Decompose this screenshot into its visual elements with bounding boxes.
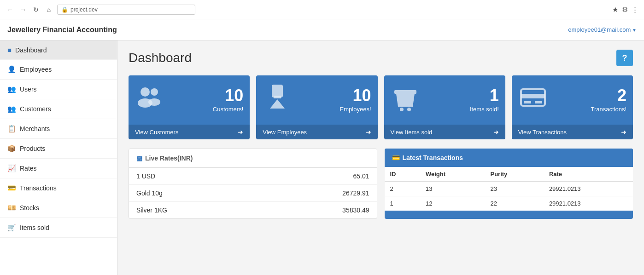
view-employees-link[interactable]: View Employees bbox=[263, 129, 307, 136]
rate-value: 26729.91 bbox=[342, 189, 369, 197]
employees-footer[interactable]: View Employees ➜ bbox=[256, 125, 377, 139]
sidebar-item-customers[interactable]: 👥 Customers bbox=[0, 99, 117, 119]
latest-transactions-panel: 💳 Latest Transactions ID Weight Purity R… bbox=[385, 149, 633, 219]
stat-card-employees: 10 Employees! View Employees ➜ bbox=[256, 75, 377, 139]
products-icon: 📦 bbox=[7, 144, 16, 153]
sidebar-item-label: Customers bbox=[20, 105, 51, 113]
page-header: Dashboard ? bbox=[129, 50, 633, 66]
svg-point-9 bbox=[407, 108, 411, 111]
table-row: 2 13 23 29921.0213 bbox=[385, 182, 633, 196]
stat-card-numbers: 1 Items sold! bbox=[470, 87, 499, 113]
cell-weight: 12 bbox=[420, 196, 485, 211]
items-stat-icon bbox=[391, 83, 420, 117]
transactions-count: 2 bbox=[591, 87, 626, 104]
address-bar[interactable]: 🔒 project.dev bbox=[57, 5, 195, 15]
sidebar-item-employees[interactable]: 👤 Employees bbox=[0, 60, 117, 80]
sidebar-item-label: Stocks bbox=[20, 204, 39, 212]
sidebar-item-items-sold[interactable]: 🛒 Items sold bbox=[0, 218, 117, 238]
stat-card-body: 1 Items sold! bbox=[384, 75, 505, 125]
sidebar-item-label: Products bbox=[20, 145, 45, 152]
items-footer[interactable]: View Items sold ➜ bbox=[384, 125, 505, 139]
rate-label: Gold 10g bbox=[136, 189, 163, 197]
transactions-header-icon: 💳 bbox=[392, 154, 400, 161]
sidebar-item-rates[interactable]: 📈 Rates bbox=[0, 159, 117, 178]
transactions-panel-title: Latest Transactions bbox=[403, 154, 463, 161]
svg-rect-7 bbox=[394, 90, 416, 94]
sidebar-item-label: Items sold bbox=[20, 224, 49, 231]
sidebar-item-merchants[interactable]: 📋 Merchants bbox=[0, 119, 117, 139]
rate-row-usd: 1 USD 65.01 bbox=[129, 168, 377, 185]
sidebar-item-products[interactable]: 📦 Products bbox=[0, 139, 117, 159]
arrow-icon: ➜ bbox=[238, 128, 243, 136]
live-rates-panel: ▩ Live Rates(INR) 1 USD 65.01 Gold 10g 2… bbox=[129, 149, 377, 219]
items-sold-icon: 🛒 bbox=[7, 223, 16, 232]
rate-value: 35830.49 bbox=[342, 206, 369, 214]
customers-label: Customers! bbox=[213, 106, 243, 113]
sidebar-item-label: Users bbox=[20, 86, 37, 93]
forward-button[interactable]: → bbox=[18, 5, 28, 14]
col-rate: Rate bbox=[544, 167, 633, 182]
merchants-icon: 📋 bbox=[7, 125, 16, 133]
panel-title: Live Rates(INR) bbox=[145, 155, 193, 162]
customers-count: 10 bbox=[213, 87, 243, 104]
lock-icon: 🔒 bbox=[61, 6, 68, 13]
svg-rect-6 bbox=[274, 96, 281, 98]
svg-rect-11 bbox=[521, 94, 545, 98]
cell-rate: 29921.0213 bbox=[544, 182, 633, 196]
col-id: ID bbox=[385, 167, 420, 182]
employees-label: Employees! bbox=[340, 106, 371, 113]
sidebar-item-dashboard[interactable]: ■ Dashboard bbox=[0, 40, 117, 60]
arrow-icon: ➜ bbox=[493, 128, 499, 136]
browser-chrome: ← → ↻ ⌂ 🔒 project.dev ★ ⚙ ⋮ bbox=[0, 0, 644, 19]
url-text: project.dev bbox=[70, 6, 98, 13]
employees-count: 10 bbox=[340, 87, 371, 104]
svg-marker-5 bbox=[270, 99, 285, 109]
stat-card-customers: 10 Customers! View Customers ➜ bbox=[129, 75, 250, 139]
help-button[interactable]: ? bbox=[616, 50, 633, 66]
view-items-link[interactable]: View Items sold bbox=[391, 129, 433, 136]
bookmark-icon[interactable]: ★ bbox=[612, 6, 618, 14]
sidebar-item-label: Employees bbox=[20, 66, 52, 73]
stat-card-transactions: 2 Transactions! View Transactions ➜ bbox=[512, 75, 633, 139]
bottom-section: ▩ Live Rates(INR) 1 USD 65.01 Gold 10g 2… bbox=[129, 149, 633, 219]
panel-header: ▩ Live Rates(INR) bbox=[129, 149, 377, 168]
home-button[interactable]: ⌂ bbox=[44, 5, 53, 14]
user-email-dropdown[interactable]: employee01@mail.com bbox=[568, 26, 637, 33]
stat-card-numbers: 10 Customers! bbox=[213, 87, 243, 113]
svg-point-8 bbox=[400, 108, 404, 111]
svg-point-0 bbox=[141, 87, 150, 97]
transactions-footer[interactable]: View Transactions ➜ bbox=[512, 125, 633, 139]
rates-icon: 📈 bbox=[7, 164, 16, 172]
svg-rect-12 bbox=[524, 101, 531, 103]
menu-icon[interactable]: ⋮ bbox=[632, 6, 638, 14]
sidebar-item-users[interactable]: 👥 Users bbox=[0, 80, 117, 99]
cell-rate: 29921.0213 bbox=[544, 196, 633, 211]
extensions-icon[interactable]: ⚙ bbox=[622, 6, 628, 14]
reload-button[interactable]: ↻ bbox=[31, 5, 41, 14]
transactions-label: Transactions! bbox=[591, 106, 626, 113]
back-button[interactable]: ← bbox=[6, 5, 15, 14]
cell-purity: 22 bbox=[485, 196, 543, 211]
sidebar-item-stocks[interactable]: 💴 Stocks bbox=[0, 198, 117, 218]
view-transactions-link[interactable]: View Transactions bbox=[518, 129, 567, 136]
stat-card-numbers: 10 Employees! bbox=[340, 87, 371, 113]
arrow-icon: ➜ bbox=[366, 128, 371, 136]
sidebar: ■ Dashboard 👤 Employees 👥 Users 👥 Custom… bbox=[0, 40, 117, 275]
customers-icon: 👥 bbox=[7, 105, 16, 113]
view-customers-link[interactable]: View Customers bbox=[135, 129, 178, 136]
rate-value: 65.01 bbox=[353, 172, 369, 180]
cell-id: 1 bbox=[385, 196, 420, 211]
stat-card-items-sold: 1 Items sold! View Items sold ➜ bbox=[384, 75, 505, 139]
table-row: 1 12 22 29921.0213 bbox=[385, 196, 633, 211]
rate-row-gold: Gold 10g 26729.91 bbox=[129, 185, 377, 202]
browser-bar: ← → ↻ ⌂ 🔒 project.dev bbox=[6, 5, 612, 15]
stat-cards-container: 10 Customers! View Customers ➜ bbox=[129, 75, 633, 139]
transactions-icon: 💳 bbox=[7, 184, 16, 192]
browser-toolbar: ★ ⚙ ⋮ bbox=[612, 6, 638, 14]
page-title: Dashboard bbox=[129, 51, 192, 65]
customers-footer[interactable]: View Customers ➜ bbox=[129, 125, 250, 139]
cell-purity: 23 bbox=[485, 182, 543, 196]
svg-rect-13 bbox=[535, 101, 542, 103]
app-title: Jewellery Financial Accounting bbox=[7, 26, 117, 34]
sidebar-item-transactions[interactable]: 💳 Transactions bbox=[0, 178, 117, 198]
